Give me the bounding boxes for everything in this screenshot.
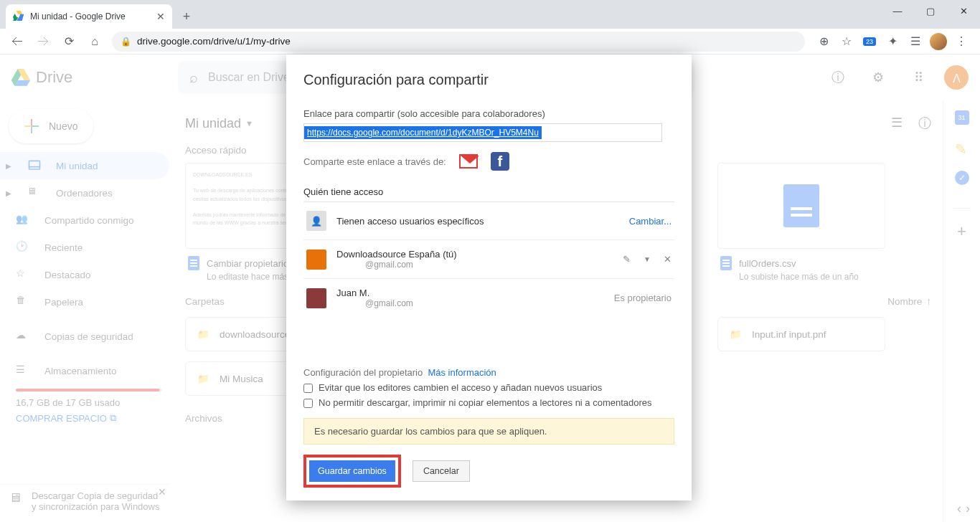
drive-app: Drive ⌕ ⓘ ⚙ ⠿ V Nuevo ▶ Mi unidad ▶ — [0, 54, 980, 522]
bookmark-star-icon[interactable]: ☆ — [838, 33, 855, 50]
new-tab-button[interactable]: + — [176, 6, 197, 27]
save-button[interactable]: Guardar cambios — [309, 460, 395, 482]
user-name: Juan M. — [336, 288, 604, 298]
reload-button[interactable]: ⟳ — [57, 30, 80, 53]
checkbox-prevent-editors[interactable]: Evitar que los editores cambien el acces… — [303, 382, 674, 393]
pencil-icon[interactable]: ✎ — [623, 254, 631, 265]
share-link-value: https://docs.google.com/document/d/1dyKz… — [304, 126, 542, 139]
cancel-button[interactable]: Cancelar — [413, 460, 470, 482]
access-row-user: Downloadsource España (tú) @gmail.com ✎ … — [303, 240, 674, 279]
checkbox-input[interactable] — [303, 384, 313, 393]
share-settings-modal: Configuración para compartir Enlace para… — [286, 54, 692, 500]
extension-badge[interactable]: 23 — [861, 33, 878, 50]
more-info-link[interactable]: Más información — [428, 367, 496, 378]
chevron-down-icon[interactable]: ▼ — [644, 255, 651, 263]
tab-close-icon[interactable]: ✕ — [156, 11, 165, 22]
owner-config-label: Configuración del propietario — [303, 367, 423, 378]
user-email: @gmail.com — [365, 260, 613, 270]
reading-list-icon[interactable]: ☰ — [907, 33, 924, 50]
window-maximize[interactable]: ▢ — [914, 0, 947, 22]
who-has-access-title: Quién tiene acceso — [303, 186, 674, 197]
share-link-input[interactable]: https://docs.google.com/document/d/1dyKz… — [303, 123, 662, 142]
change-access-link[interactable]: Cambiar... — [629, 216, 672, 227]
url-text: drive.google.com/drive/u/1/my-drive — [137, 36, 291, 47]
link-label: Enlace para compartir (solo accesible pa… — [303, 108, 674, 119]
window-controls: ― ▢ ✕ — [881, 0, 980, 22]
browser-toolbar: 🡠 🡢 ⟳ ⌂ 🔒 drive.google.com/drive/u/1/my-… — [0, 29, 980, 54]
window-close[interactable]: ✕ — [947, 0, 980, 22]
facebook-icon[interactable]: f — [491, 152, 509, 171]
user-avatar — [306, 250, 326, 270]
add-to-circle-icon[interactable]: ⊕ — [815, 33, 832, 50]
back-button[interactable]: 🡠 — [6, 30, 29, 53]
extensions-puzzle-icon[interactable]: ✦ — [884, 33, 901, 50]
modal-title: Configuración para compartir — [303, 72, 674, 88]
owner-role-label: Es propietario — [614, 293, 672, 303]
tab-title: Mi unidad - Google Drive — [30, 11, 126, 22]
gmail-icon[interactable] — [459, 154, 478, 169]
access-row-general: 👤 Tienen acceso usuarios específicos Cam… — [303, 202, 674, 240]
lock-icon: 🔒 — [121, 37, 131, 47]
access-text: Tienen acceso usuarios específicos — [336, 216, 484, 227]
checkbox-label: Evitar que los editores cambien el acces… — [319, 382, 602, 393]
person-icon: 👤 — [306, 211, 326, 231]
access-row-user: Juan M. @gmail.com Es propietario — [303, 279, 674, 317]
checkbox-label: No permitir descargar, imprimir ni copia… — [319, 397, 652, 408]
checkbox-prevent-download[interactable]: No permitir descargar, imprimir ni copia… — [303, 397, 674, 408]
share-via-label: Comparte este enlace a través de: — [303, 156, 446, 167]
save-button-highlight: Guardar cambios — [303, 455, 401, 488]
home-button[interactable]: ⌂ — [83, 30, 106, 53]
svg-marker-5 — [18, 14, 24, 21]
browser-tab[interactable]: Mi unidad - Google Drive ✕ — [6, 4, 172, 29]
user-avatar — [306, 288, 326, 308]
address-bar[interactable]: 🔒 drive.google.com/drive/u/1/my-drive — [112, 32, 805, 52]
chrome-menu-icon[interactable]: ⋮ — [953, 33, 970, 50]
drive-favicon — [13, 11, 24, 22]
checkbox-input[interactable] — [303, 399, 313, 408]
remove-user-icon[interactable]: ✕ — [664, 254, 672, 265]
forward-button[interactable]: 🡢 — [32, 30, 55, 53]
user-email: @gmail.com — [365, 298, 604, 308]
warning-banner: Es necesario guardar los cambios para qu… — [303, 418, 674, 445]
user-name: Downloadsource España (tú) — [336, 249, 613, 260]
window-minimize[interactable]: ― — [881, 0, 914, 22]
profile-avatar[interactable] — [930, 33, 947, 50]
browser-tabstrip: Mi unidad - Google Drive ✕ + ― ▢ ✕ — [0, 0, 980, 29]
